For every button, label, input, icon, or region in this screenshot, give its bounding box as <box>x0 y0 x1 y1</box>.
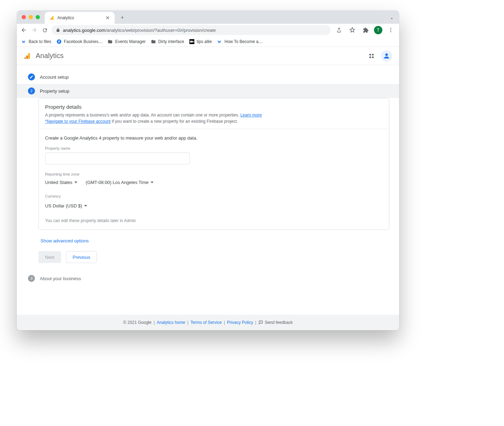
back-button[interactable] <box>20 27 27 34</box>
app-header: Analytics <box>17 47 399 65</box>
svg-point-18 <box>385 53 388 56</box>
bookmark-how-to-become[interactable]: How To Become a… <box>217 39 262 44</box>
tz-offset-select[interactable]: (GMT-08:00) Los Angeles Time <box>86 178 153 186</box>
separator: | <box>224 320 225 325</box>
property-details-card: Property details A property represents a… <box>38 98 389 230</box>
card-hint: You can edit these property details late… <box>45 218 383 223</box>
property-name-input[interactable] <box>45 152 190 164</box>
medium-icon <box>189 39 195 44</box>
bookmark-label: Events Manager <box>115 39 145 44</box>
bookmark-label: Facebook Busines… <box>64 39 103 44</box>
tz-country-value: United States <box>45 180 72 185</box>
bookmark-label: Dirty interface <box>158 39 184 44</box>
reporting-tz-label: Reporting time zone <box>45 172 383 176</box>
currency-select[interactable]: US Dollar (USD $) <box>45 202 87 210</box>
app-title: Analytics <box>36 52 64 60</box>
learn-more-link[interactable]: Learn more <box>240 113 262 118</box>
bookmark-dirty-interface[interactable]: Dirty interface <box>151 39 184 44</box>
previous-label: Previous <box>73 255 91 260</box>
analytics-home-link[interactable]: Analytics home <box>157 320 185 325</box>
webflow-icon <box>21 39 27 44</box>
extensions-button[interactable] <box>361 25 370 35</box>
desc-text: if you want to create a new property for… <box>110 119 238 124</box>
bookmark-label: tips allie <box>197 39 212 44</box>
svg-point-1 <box>390 28 391 29</box>
tab-title: Analytics <box>57 15 74 20</box>
card-title: Property details <box>45 104 383 110</box>
step-about-business[interactable]: 3 About your business <box>17 271 399 285</box>
analytics-logo-icon <box>24 52 31 60</box>
tab-list-button[interactable] <box>389 16 394 21</box>
webflow-icon <box>217 39 222 44</box>
show-advanced-options-link[interactable]: Show advanced options <box>41 238 89 243</box>
svg-rect-17 <box>372 56 374 58</box>
address-bar[interactable]: analytics.google.com/analytics/web/provi… <box>52 25 331 35</box>
svg-rect-14 <box>369 54 371 56</box>
facebook-icon <box>56 39 62 44</box>
chevron-down-icon <box>74 182 77 183</box>
step-account-setup[interactable]: Account setup <box>17 70 399 84</box>
chevron-down-icon <box>151 182 153 183</box>
bookmark-facebook-business[interactable]: Facebook Busines… <box>56 39 103 44</box>
address-bar-row: analytics.google.com/analytics/web/provi… <box>17 24 399 36</box>
svg-rect-16 <box>369 56 371 58</box>
svg-rect-15 <box>372 54 374 56</box>
stepper: Account setup 2 Property setup Property … <box>17 65 399 285</box>
minimize-window-button[interactable] <box>29 15 33 19</box>
copyright-text: © 2021 Google <box>123 320 152 325</box>
previous-button[interactable]: Previous <box>66 251 97 263</box>
bookmark-events-manager[interactable]: Events Manager <box>107 39 145 44</box>
svg-point-7 <box>190 41 192 43</box>
browser-tab[interactable]: Analytics ✕ <box>45 12 115 24</box>
main-content: Account setup 2 Property setup Property … <box>17 65 399 315</box>
tz-country-select[interactable]: United States <box>45 178 77 186</box>
step-label: Property setup <box>40 88 70 94</box>
firebase-link[interactable]: *Navigate to your Firebase account <box>45 119 110 124</box>
url-host: analytics.google.com <box>63 28 105 33</box>
app-logo-title[interactable]: Analytics <box>24 52 64 60</box>
share-button[interactable] <box>334 25 344 35</box>
terms-link[interactable]: Terms of Service <box>190 320 222 325</box>
footer: © 2021 Google | Analytics home | Terms o… <box>17 315 399 330</box>
new-tab-button[interactable] <box>117 13 127 22</box>
profile-avatar[interactable]: T <box>374 26 382 34</box>
tab-bar: Analytics ✕ <box>17 10 399 24</box>
browser-window: Analytics ✕ analytics.google.com/analyti… <box>17 10 399 330</box>
bookmark-label: How To Become a… <box>224 39 262 44</box>
bookmark-tips-allie[interactable]: tips allie <box>189 39 212 44</box>
analytics-icon <box>50 15 55 20</box>
svg-point-2 <box>390 30 391 31</box>
bookmark-star-button[interactable] <box>347 25 357 35</box>
bookmark-label: Back to files <box>29 39 51 44</box>
close-window-button[interactable] <box>22 15 26 19</box>
card-body: Create a Google Analytics 4 property to … <box>39 129 389 229</box>
folder-icon <box>107 39 113 44</box>
account-avatar[interactable] <box>381 50 392 62</box>
step-label: About your business <box>40 276 81 281</box>
window-controls <box>22 15 40 19</box>
svg-rect-11 <box>28 53 30 59</box>
separator: | <box>255 320 256 325</box>
currency-label: Currency <box>45 194 383 198</box>
tz-offset-value: (GMT-08:00) Los Angeles Time <box>86 180 149 185</box>
step-property-setup[interactable]: 2 Property setup <box>17 84 399 98</box>
svg-rect-12 <box>26 55 28 59</box>
svg-point-9 <box>193 41 194 42</box>
bookmark-back-to-files[interactable]: Back to files <box>21 39 51 44</box>
close-tab-icon[interactable]: ✕ <box>106 15 110 21</box>
card-description: A property represents a business's web a… <box>45 112 383 125</box>
svg-point-13 <box>24 57 26 59</box>
step-number-badge: 3 <box>28 275 35 282</box>
bookmarks-bar: Back to files Facebook Busines… Events M… <box>17 36 399 47</box>
step-number: 2 <box>30 89 33 93</box>
reload-button[interactable] <box>41 27 48 34</box>
next-button[interactable]: Next <box>38 251 61 263</box>
zoom-window-button[interactable] <box>36 15 40 19</box>
svg-point-8 <box>192 41 193 43</box>
separator: | <box>153 320 154 325</box>
forward-button[interactable] <box>31 27 38 34</box>
browser-menu-button[interactable] <box>386 25 396 35</box>
send-feedback-button[interactable]: Send feedback <box>258 320 293 325</box>
apps-grid-icon[interactable] <box>368 53 375 59</box>
privacy-link[interactable]: Privacy Policy <box>227 320 253 325</box>
